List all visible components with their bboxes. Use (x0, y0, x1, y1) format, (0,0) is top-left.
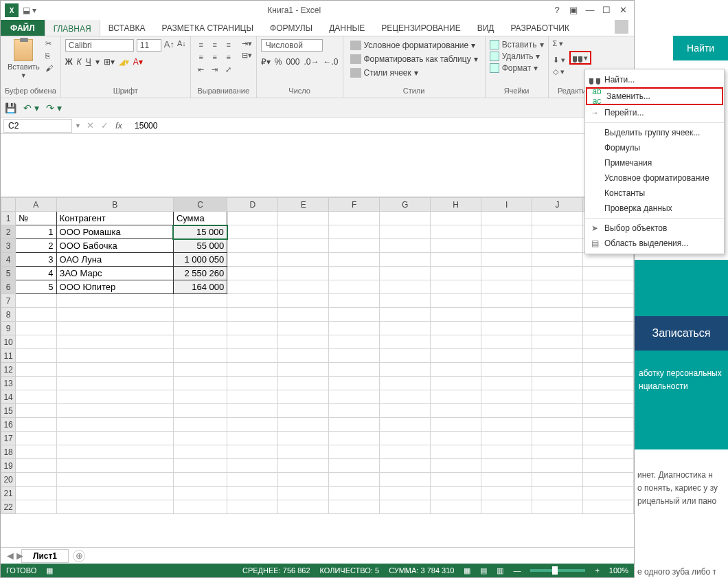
cell-B18[interactable] (56, 445, 173, 459)
cell-B21[interactable] (56, 487, 173, 500)
close-icon[interactable]: ✕ (617, 5, 628, 16)
cell-C22[interactable] (173, 500, 227, 514)
cell-H4[interactable] (431, 253, 481, 267)
cell-C8[interactable] (173, 308, 227, 322)
cell-A20[interactable] (16, 473, 56, 487)
row-header-17[interactable]: 17 (1, 432, 16, 445)
decrease-indent-icon[interactable]: ⇤ (195, 64, 207, 75)
cell-F21[interactable] (329, 487, 380, 500)
cell-I14[interactable] (481, 390, 532, 404)
cell-A12[interactable] (16, 363, 56, 377)
cell-K5[interactable] (582, 267, 633, 280)
menu-goto[interactable]: →Перейти... (585, 105, 724, 120)
cell-B14[interactable] (56, 390, 173, 404)
cell-I5[interactable] (481, 267, 532, 280)
menu-formulas[interactable]: Формулы (585, 140, 724, 155)
cell-F13[interactable] (329, 377, 380, 390)
cell-A22[interactable] (16, 500, 56, 514)
cell-D17[interactable] (227, 432, 278, 445)
cell-F5[interactable] (329, 267, 380, 280)
cell-A4[interactable]: 3 (16, 253, 56, 267)
user-avatar[interactable] (615, 20, 628, 34)
select-all-cell[interactable] (1, 198, 16, 212)
orientation-icon[interactable]: ⤢ (223, 64, 235, 75)
cell-G12[interactable] (380, 363, 431, 377)
zoom-out-icon[interactable]: — (513, 566, 521, 575)
cell-A18[interactable] (16, 445, 56, 459)
cell-G3[interactable] (380, 239, 431, 253)
cell-F16[interactable] (329, 418, 380, 432)
cell-J17[interactable] (532, 432, 583, 445)
underline-button[interactable]: Ч (86, 57, 91, 67)
cell-A11[interactable] (16, 349, 56, 363)
cell-B1[interactable]: Контрагент (56, 212, 173, 225)
row-header-18[interactable]: 18 (1, 445, 16, 459)
view-normal-icon[interactable]: ▦ (464, 566, 470, 575)
cell-A19[interactable] (16, 459, 56, 473)
cell-K9[interactable] (582, 322, 633, 335)
cell-A21[interactable] (16, 487, 56, 500)
cell-G1[interactable] (380, 212, 431, 225)
cell-I8[interactable] (481, 308, 532, 322)
thousands-icon[interactable]: 000 (286, 57, 299, 67)
cell-C18[interactable] (173, 445, 227, 459)
cell-E1[interactable] (278, 212, 329, 225)
cell-H17[interactable] (431, 432, 481, 445)
cell-H10[interactable] (431, 335, 481, 349)
cell-G7[interactable] (380, 294, 431, 308)
row-header-8[interactable]: 8 (1, 308, 16, 322)
col-header-G[interactable]: G (380, 198, 431, 212)
ribbon-display-icon[interactable]: ▣ (568, 5, 579, 16)
cell-K7[interactable] (582, 294, 633, 308)
signup-button[interactable]: Записаться (635, 316, 728, 351)
cell-J20[interactable] (532, 473, 583, 487)
cell-E13[interactable] (278, 377, 329, 390)
cell-B4[interactable]: ОАО Луна (56, 253, 173, 267)
cell-E16[interactable] (278, 418, 329, 432)
cell-H11[interactable] (431, 349, 481, 363)
cell-K17[interactable] (582, 432, 633, 445)
cell-C10[interactable] (173, 335, 227, 349)
font-size-select[interactable]: 11 (137, 39, 161, 52)
tab-insert[interactable]: ВСТАВКА (100, 20, 154, 36)
view-page-break-icon[interactable]: ▥ (497, 566, 503, 575)
currency-icon[interactable]: ₽▾ (261, 57, 271, 67)
cell-A1[interactable]: № (16, 212, 56, 225)
tab-formulas[interactable]: ФОРМУЛЫ (262, 20, 321, 36)
cell-F15[interactable] (329, 404, 380, 418)
cell-C19[interactable] (173, 459, 227, 473)
format-painter-icon[interactable]: 🖌 (45, 64, 56, 74)
cell-B13[interactable] (56, 377, 173, 390)
format-as-table-button[interactable]: Форматировать как таблицу ▾ (348, 53, 481, 65)
wrap-text-button[interactable]: ⇥▾ (242, 39, 252, 48)
cell-J12[interactable] (532, 363, 583, 377)
cell-J15[interactable] (532, 404, 583, 418)
cell-K8[interactable] (582, 308, 633, 322)
cell-A17[interactable] (16, 432, 56, 445)
maximize-icon[interactable]: ☐ (601, 5, 612, 16)
view-page-layout-icon[interactable]: ▤ (480, 566, 487, 575)
cell-G6[interactable] (380, 280, 431, 294)
menu-cond-format[interactable]: Условное форматирование (585, 170, 724, 186)
menu-select-objects[interactable]: ➤Выбор объектов (585, 221, 724, 236)
menu-replace[interactable]: abacЗаменить... (586, 87, 723, 105)
col-header-C[interactable]: C (173, 198, 227, 212)
col-header-I[interactable]: I (481, 198, 532, 212)
cell-K22[interactable] (582, 500, 633, 514)
increase-decimal-icon[interactable]: .0→ (304, 57, 319, 67)
cell-I16[interactable] (481, 418, 532, 432)
cell-F6[interactable] (329, 280, 380, 294)
cell-G4[interactable] (380, 253, 431, 267)
cell-F17[interactable] (329, 432, 380, 445)
cell-J10[interactable] (532, 335, 583, 349)
cell-B5[interactable]: ЗАО Марс (56, 267, 173, 280)
cell-I21[interactable] (481, 487, 532, 500)
cell-E19[interactable] (278, 459, 329, 473)
cell-F22[interactable] (329, 500, 380, 514)
cell-H15[interactable] (431, 404, 481, 418)
row-header-4[interactable]: 4 (1, 253, 16, 267)
cell-K14[interactable] (582, 390, 633, 404)
tab-page-layout[interactable]: РАЗМЕТКА СТРАНИЦЫ (154, 20, 262, 36)
cell-A10[interactable] (16, 335, 56, 349)
cell-J13[interactable] (532, 377, 583, 390)
